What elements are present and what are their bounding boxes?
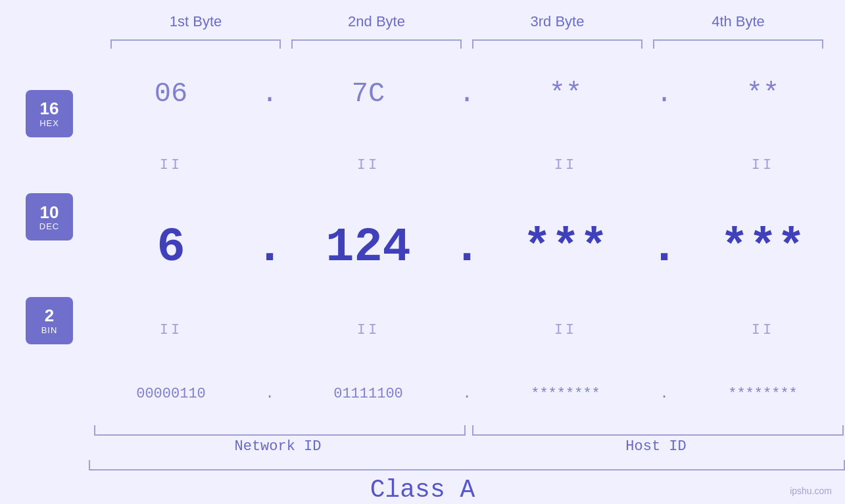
eq1-b1: II <box>89 157 253 173</box>
eq1-b2: II <box>286 157 450 173</box>
bracket-b4 <box>653 39 823 49</box>
hex-sep1: . <box>253 78 286 110</box>
bin-row: 00000110 . 01111100 . ******** . <box>89 386 845 402</box>
byte-headers: 1st Byte 2nd Byte 3rd Byte 4th Byte <box>105 13 829 34</box>
equals-row-1: II II II II <box>89 156 845 175</box>
bin-b4: ******** <box>681 386 845 402</box>
bin-sep3: . <box>648 386 681 402</box>
hex-badge-label: HEX <box>39 118 59 128</box>
bottom-bracket-row <box>89 425 845 436</box>
outer-bracket <box>89 460 845 470</box>
id-labels-row: Network ID Host ID <box>89 438 845 455</box>
dec-b1: 6 <box>89 221 253 275</box>
byte3-header: 3rd Byte <box>467 13 648 34</box>
main-container: 1st Byte 2nd Byte 3rd Byte 4th Byte 16 H… <box>0 0 845 504</box>
host-bracket <box>472 425 844 436</box>
bin-badge-num: 2 <box>45 306 54 325</box>
dec-badge-num: 10 <box>40 203 59 222</box>
bin-badge-label: BIN <box>41 325 58 335</box>
network-bracket <box>94 425 466 436</box>
byte2-header: 2nd Byte <box>286 13 467 34</box>
dec-b3: *** <box>483 221 648 275</box>
eq1-b4: II <box>681 157 845 173</box>
dec-badge-label: DEC <box>39 221 59 231</box>
eq1-b3: II <box>483 157 648 173</box>
bracket-b3 <box>472 39 642 49</box>
class-label: Class A <box>0 476 845 504</box>
main-content: 16 HEX 10 DEC 2 BIN 06 . <box>0 49 845 425</box>
hex-b3: ** <box>483 78 648 110</box>
eq2-b4: II <box>681 322 845 338</box>
host-id-label: Host ID <box>467 438 845 455</box>
hex-b2: 7C <box>286 78 450 110</box>
hex-badge-num: 16 <box>40 99 59 118</box>
dec-b2: 124 <box>286 221 450 275</box>
badges-column: 16 HEX 10 DEC 2 BIN <box>0 49 89 425</box>
dec-sep1: . <box>253 221 286 275</box>
byte4-header: 4th Byte <box>648 13 829 34</box>
bracket-b2 <box>291 39 462 49</box>
eq2-b1: II <box>89 322 253 338</box>
dec-row: 6 . 124 . *** . *** <box>89 221 845 275</box>
network-id-label: Network ID <box>89 438 467 455</box>
bin-b2: 01111100 <box>286 386 450 402</box>
bin-sep1: . <box>253 386 286 402</box>
equals-row-2: II II II II <box>89 321 845 339</box>
dec-b4: *** <box>681 221 845 275</box>
bracket-b1 <box>110 39 281 49</box>
hex-b1: 06 <box>89 78 253 110</box>
hex-b4: ** <box>681 78 845 110</box>
eq2-b2: II <box>286 322 450 338</box>
dec-sep3: . <box>648 221 681 275</box>
top-brackets <box>105 39 829 49</box>
byte1-header: 1st Byte <box>105 13 286 34</box>
bin-badge: 2 BIN <box>26 297 73 344</box>
hex-row: 06 . 7C . ** . ** <box>89 78 845 110</box>
dec-badge: 10 DEC <box>26 193 73 241</box>
dec-sep2: . <box>450 221 483 275</box>
eq2-b3: II <box>483 322 648 338</box>
bin-b3: ******** <box>483 386 648 402</box>
hex-badge: 16 HEX <box>26 90 73 137</box>
watermark: ipshu.com <box>790 486 832 496</box>
bin-b1: 00000110 <box>89 386 253 402</box>
hex-sep3: . <box>648 78 681 110</box>
data-grid: 06 . 7C . ** . ** <box>89 49 845 425</box>
hex-sep2: . <box>450 78 483 110</box>
bin-sep2: . <box>450 386 483 402</box>
